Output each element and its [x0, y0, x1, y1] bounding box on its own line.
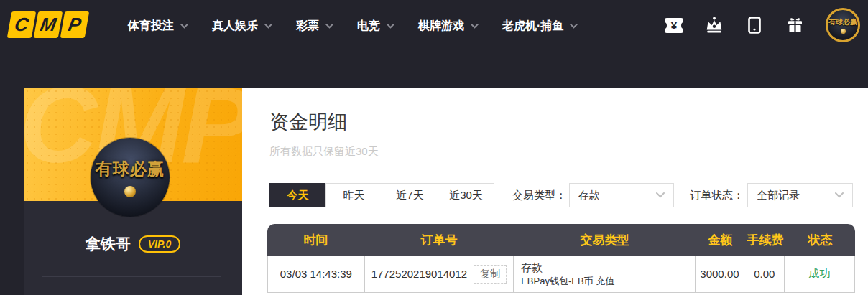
type-line2: EBPay钱包-EB币 充值 — [521, 275, 614, 288]
main-content: 资金明细 所有数据只保留近30天 今天 昨天 近7天 近30天 交易类型： 存款… — [242, 88, 868, 295]
cell-amount: 3000.00 — [696, 256, 745, 292]
vip-badge: VIP.0 — [139, 235, 180, 253]
nav-item-live-casino[interactable]: 真人娱乐 — [212, 19, 272, 34]
main-nav: 体育投注 真人娱乐 彩票 电竞 棋牌游戏 老虎机·捕鱼 — [128, 0, 578, 52]
cell-type: 存款 EBPay钱包-EB币 充值 — [514, 256, 695, 292]
gift-glyph — [786, 17, 804, 34]
order-status-select[interactable]: 全部记录 — [747, 183, 853, 207]
tab-yesterday[interactable]: 昨天 — [326, 183, 382, 207]
chevron-down-icon — [835, 192, 844, 198]
nav-item-esports[interactable]: 电竞 — [357, 19, 394, 34]
logo-letter-box: C — [7, 11, 37, 38]
order-status-value: 全部记录 — [757, 189, 829, 202]
col-header-type: 交易类型 — [514, 224, 696, 256]
yen-voucher-icon[interactable]: ¥ — [665, 17, 683, 34]
date-range-tabs: 今天 昨天 近7天 近30天 — [269, 183, 494, 207]
col-header-amount: 金额 — [696, 224, 745, 256]
nav-item-slots-fishing[interactable]: 老虎机·捕鱼 — [502, 19, 578, 34]
type-line1: 存款 — [521, 260, 542, 275]
chevron-down-icon — [656, 192, 665, 198]
crown-glyph — [705, 17, 724, 34]
top-nav-bar: C M P 体育投注 真人娱乐 彩票 电竞 棋牌游戏 — [0, 0, 868, 88]
cell-status: 成功 — [785, 256, 854, 292]
order-number: 1772520219014012 — [371, 268, 467, 280]
transaction-type-label: 交易类型： — [512, 183, 566, 207]
tab-last30days[interactable]: 近30天 — [438, 183, 494, 207]
voucher-shape: ¥ — [665, 18, 683, 33]
order-status-label: 订单状态： — [690, 183, 744, 207]
chevron-down-icon — [570, 24, 578, 29]
page-title: 资金明细 — [269, 109, 347, 135]
col-header-status: 状态 — [785, 224, 855, 256]
col-header-time: 时间 — [267, 224, 364, 256]
chevron-down-icon — [387, 24, 394, 29]
brand-logo[interactable]: C M P — [9, 11, 87, 38]
user-info-row: 拿铁哥 VIP.0 — [24, 234, 242, 254]
chevron-down-icon — [471, 24, 479, 29]
tab-today[interactable]: 今天 — [269, 183, 326, 207]
quick-actions: ¥ — [665, 0, 860, 50]
nav-item-label: 电竞 — [357, 19, 380, 34]
col-header-fee: 手续费 — [745, 224, 785, 256]
nav-item-label: 体育投注 — [128, 19, 174, 34]
cell-fee: 0.00 — [744, 256, 785, 292]
golden-ball-icon — [124, 186, 136, 197]
page-subtitle: 所有数据只保留近30天 — [269, 145, 379, 159]
username: 拿铁哥 — [86, 234, 131, 254]
crown-icon[interactable] — [705, 17, 724, 34]
chevron-down-icon — [326, 24, 333, 29]
chevron-down-icon — [264, 24, 272, 29]
cell-time: 03/03 14:43:39 — [268, 256, 365, 292]
nav-item-label: 真人娱乐 — [212, 19, 258, 34]
logo-letter: P — [67, 14, 83, 36]
logo-letter: M — [38, 14, 57, 36]
sidebar-divider — [42, 276, 221, 277]
filter-row: 今天 昨天 近7天 近30天 交易类型： 存款 订单状态： 全部记录 — [242, 183, 868, 207]
profile-sidebar: CMP 有球必赢 拿铁哥 VIP.0 — [0, 88, 242, 295]
nav-item-label: 棋牌游戏 — [418, 19, 464, 34]
yen-glyph: ¥ — [671, 19, 677, 32]
copy-button[interactable]: 复制 — [474, 265, 507, 284]
mobile-glyph — [747, 17, 762, 34]
logo-letter-box: M — [34, 11, 63, 38]
funds-table: 时间 订单号 交易类型 金额 手续费 状态 03/03 14:43:39 177… — [267, 224, 855, 293]
avatar-text: 有球必赢 — [96, 158, 165, 180]
tab-last7days[interactable]: 近7天 — [382, 183, 438, 207]
logo-letter: C — [13, 14, 30, 36]
col-header-order-no: 订单号 — [364, 224, 514, 256]
transaction-type-select[interactable]: 存款 — [569, 183, 674, 207]
nav-item-sports[interactable]: 体育投注 — [128, 19, 188, 34]
table-header: 时间 订单号 交易类型 金额 手续费 状态 — [267, 224, 855, 256]
nav-item-lottery[interactable]: 彩票 — [296, 19, 333, 34]
user-avatar[interactable]: 有球必赢 — [826, 8, 860, 42]
nav-item-board-games[interactable]: 棋牌游戏 — [418, 19, 479, 34]
transaction-type-value: 存款 — [578, 189, 650, 202]
avatar-text: 有球必赢 — [828, 17, 857, 27]
nav-item-label: 老虎机·捕鱼 — [502, 19, 563, 34]
cell-order-no: 1772520219014012 复制 — [365, 256, 514, 292]
logo-letter-box: P — [60, 11, 90, 38]
profile-card: CMP 有球必赢 拿铁哥 VIP.0 — [24, 88, 242, 295]
chevron-down-icon — [180, 24, 188, 29]
mobile-app-icon[interactable] — [745, 17, 764, 34]
table-row: 03/03 14:43:39 1772520219014012 复制 存款 EB… — [267, 256, 855, 293]
gift-icon[interactable] — [785, 17, 804, 34]
nav-item-label: 彩票 — [296, 19, 319, 34]
profile-avatar[interactable]: 有球必赢 — [91, 138, 170, 217]
golden-ball-icon — [841, 29, 846, 34]
screen: C M P 体育投注 真人娱乐 彩票 电竞 棋牌游戏 — [0, 0, 868, 295]
